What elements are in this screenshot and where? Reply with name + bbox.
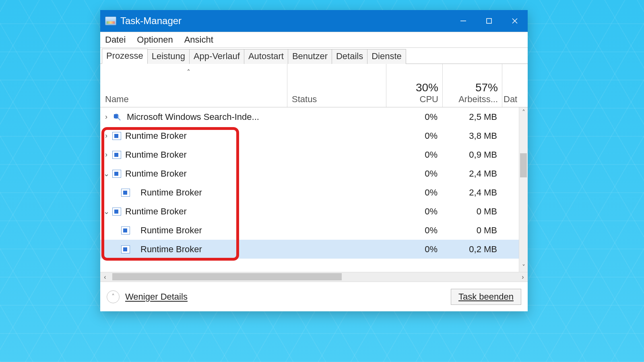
sort-caret-icon: ˄	[187, 68, 190, 77]
column-cpu[interactable]: CPU	[386, 94, 442, 105]
collapse-icon[interactable]: ˄	[107, 290, 120, 303]
tab-details[interactable]: Details	[332, 49, 367, 64]
process-name: Runtime Broker	[125, 206, 278, 217]
column-name[interactable]: Name	[100, 94, 287, 105]
tab-dienste[interactable]: Dienste	[367, 49, 406, 64]
scroll-thumb[interactable]	[112, 273, 342, 280]
cpu-value: 0%	[386, 131, 442, 141]
cpu-value: 0%	[386, 206, 442, 217]
process-name: Runtime Broker	[125, 169, 278, 179]
process-name: Runtime Broker	[140, 187, 287, 198]
cpu-value: 0%	[386, 244, 442, 255]
scroll-up-icon[interactable]: ˄	[519, 107, 528, 117]
tab-leistung[interactable]: Leistung	[147, 49, 190, 64]
end-task-button[interactable]: Task beenden	[451, 289, 521, 305]
scroll-thumb[interactable]	[520, 153, 527, 177]
tab-prozesse[interactable]: Prozesse	[102, 49, 148, 64]
menu-item[interactable]: Datei	[105, 35, 126, 45]
memory-value: 3,8 MB	[442, 131, 502, 141]
column-data[interactable]: Dat	[502, 94, 518, 105]
process-name: Microsoft Windows Search-Inde...	[127, 112, 280, 122]
expander-icon[interactable]: ›	[100, 150, 112, 159]
column-memory[interactable]: Arbeitss...	[442, 94, 502, 105]
titlebar[interactable]: Task-Manager	[100, 10, 528, 32]
process-icon	[112, 170, 121, 178]
maximize-button[interactable]	[476, 10, 502, 32]
process-icon	[121, 189, 130, 197]
tabs: ProzesseLeistungApp-VerlaufAutostartBenu…	[100, 48, 528, 64]
close-button[interactable]	[502, 10, 528, 32]
horizontal-scrollbar[interactable]: ‹ ›	[100, 272, 528, 282]
tab-benutzer[interactable]: Benutzer	[288, 49, 332, 64]
process-name: Runtime Broker	[140, 244, 287, 255]
column-headers: ˄ Name Status 30% CPU 57% Arbeitss... Da…	[100, 64, 528, 107]
cpu-value: 0%	[386, 169, 442, 179]
footer: ˄ Weniger Details Task beenden	[100, 282, 528, 311]
process-row[interactable]: ›Microsoft Windows Search-Inde...0%2,5 M…	[100, 107, 519, 126]
memory-value: 0 MB	[442, 225, 502, 236]
window-title: Task-Manager	[120, 15, 182, 27]
process-list: ›Microsoft Windows Search-Inde...0%2,5 M…	[100, 107, 528, 272]
memory-value: 0 MB	[442, 206, 502, 217]
menu-item[interactable]: Ansicht	[184, 35, 213, 45]
cpu-value: 0%	[386, 187, 442, 198]
process-row[interactable]: Runtime Broker0%0 MB	[100, 221, 519, 240]
scroll-left-icon[interactable]: ‹	[100, 274, 110, 281]
process-icon	[121, 245, 130, 253]
process-icon	[121, 226, 130, 234]
svg-rect-1	[487, 19, 491, 23]
process-icon	[112, 132, 121, 140]
column-status[interactable]: Status	[287, 94, 386, 105]
process-row[interactable]: ⌄Runtime Broker0%0 MB	[100, 202, 519, 221]
scroll-down-icon[interactable]: ˅	[519, 262, 528, 272]
cpu-value: 0%	[386, 112, 442, 122]
tab-app-verlauf[interactable]: App-Verlauf	[189, 49, 244, 64]
expander-icon[interactable]: ⌄	[100, 207, 112, 216]
memory-value: 0,9 MB	[442, 150, 502, 160]
memory-value: 0,2 MB	[442, 244, 502, 255]
search-index-icon	[112, 113, 123, 121]
process-row[interactable]: ›Runtime Broker0%0,9 MB	[100, 145, 519, 164]
tab-autostart[interactable]: Autostart	[244, 49, 288, 64]
process-icon	[112, 151, 121, 159]
process-name: Runtime Broker	[125, 131, 278, 141]
process-row[interactable]: Runtime Broker0%2,4 MB	[100, 183, 519, 202]
fewer-details-link[interactable]: Weniger Details	[125, 292, 188, 302]
process-name: Runtime Broker	[125, 150, 278, 160]
expander-icon[interactable]: ⌄	[100, 169, 112, 178]
scroll-right-icon[interactable]: ›	[518, 274, 528, 281]
minimize-button[interactable]	[450, 10, 476, 32]
memory-value: 2,5 MB	[442, 112, 502, 122]
expander-icon[interactable]: ›	[100, 132, 112, 140]
memory-value: 2,4 MB	[442, 169, 502, 179]
expander-icon[interactable]: ›	[100, 113, 112, 121]
cpu-total: 30%	[386, 81, 442, 94]
svg-line-5	[118, 118, 120, 120]
memory-value: 2,4 MB	[442, 187, 502, 198]
process-row[interactable]: ⌄Runtime Broker0%2,4 MB	[100, 164, 519, 183]
app-icon	[105, 16, 116, 25]
process-row[interactable]: Runtime Broker0%0,2 MB	[100, 240, 519, 259]
process-icon	[112, 208, 121, 216]
task-manager-window: Task-Manager Datei Optionen Ansicht Proz…	[100, 10, 528, 311]
cpu-value: 0%	[386, 225, 442, 236]
menubar: Datei Optionen Ansicht	[100, 32, 528, 48]
process-name: Runtime Broker	[140, 225, 287, 236]
vertical-scrollbar[interactable]: ˄ ˅	[519, 107, 528, 272]
menu-item[interactable]: Optionen	[137, 35, 173, 45]
mem-total: 57%	[442, 81, 502, 94]
process-row[interactable]: ›Runtime Broker0%3,8 MB	[100, 126, 519, 145]
cpu-value: 0%	[386, 150, 442, 160]
